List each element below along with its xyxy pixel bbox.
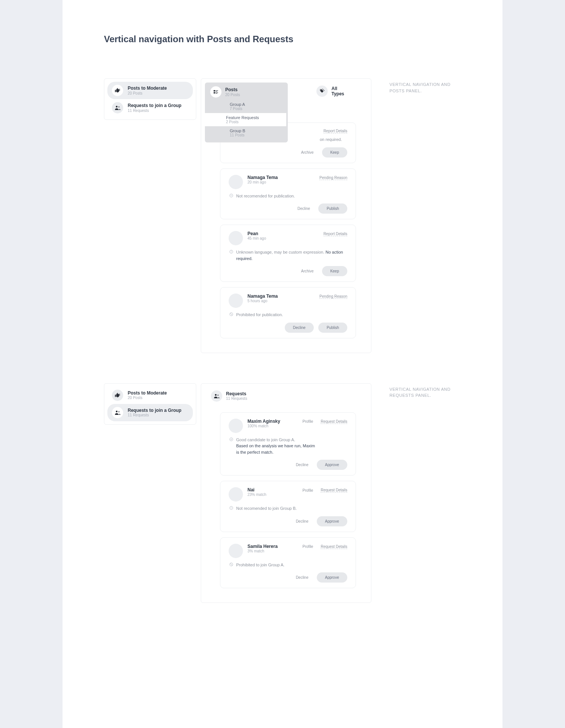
nav-sub: 11 Requests [128, 413, 182, 417]
nav-label: Posts to Moderate [128, 86, 167, 91]
nav-label: Requests to join a Group [128, 103, 182, 108]
ban-circle-icon [229, 563, 233, 566]
report-details-link[interactable]: Report Details [324, 232, 347, 236]
svg-rect-3 [216, 90, 218, 91]
profile-link[interactable]: Profile [302, 544, 313, 549]
card-meta: 100% match [247, 424, 280, 428]
svg-point-18 [215, 394, 217, 396]
card-meta: 45 min ago [247, 236, 266, 240]
publish-button[interactable]: Publish [318, 323, 347, 333]
decline-button[interactable]: Decline [292, 573, 312, 582]
card-title: Namaga Tema [247, 294, 278, 299]
svg-point-8 [321, 90, 321, 90]
thumbs-icon [112, 85, 123, 96]
card-body: Prohibited for publication. [236, 312, 283, 318]
thumbs-icon [112, 390, 123, 401]
profile-link[interactable]: Profile [302, 419, 313, 424]
dropdown-item-group-a[interactable]: Group A 7 Posts [226, 100, 288, 113]
keep-button[interactable]: Keep [322, 266, 347, 276]
svg-line-24 [230, 563, 232, 565]
dropdown-item-group-b[interactable]: Group B 11 Posts [226, 126, 288, 139]
request-details-link[interactable]: Request Details [321, 419, 347, 424]
nav-item-requests[interactable]: Requests to join a Group 11 Requests [107, 99, 193, 116]
posts-dropdown[interactable]: Posts 20 Posts Group A 7 Posts Feature R… [205, 83, 288, 142]
caption-requests: VERTICAL NAVIGATION AND REQUESTS PANEL. [389, 383, 461, 399]
requests-header[interactable]: Requests 11 Requests [207, 387, 365, 405]
card-title: Samila Herera [247, 544, 278, 549]
card-title: Namaga Tema [247, 175, 278, 180]
dropdown-sub: 20 Posts [225, 93, 240, 97]
request-details-link[interactable]: Request Details [321, 544, 347, 549]
avatar [229, 487, 243, 502]
svg-point-17 [118, 411, 119, 412]
types-dropdown[interactable]: All Types [313, 83, 350, 100]
approve-button[interactable]: Approve [317, 460, 347, 470]
nav-sub: 20 Posts [128, 396, 167, 400]
nav-sub: 11 Requests [128, 109, 182, 113]
sidebar-panel: Posts to Moderate 20 Posts Requests to j… [104, 383, 196, 425]
warning-circle-icon [229, 250, 233, 254]
tags-icon [316, 86, 328, 97]
svg-point-0 [116, 106, 118, 108]
example-posts: Posts to Moderate 20 Posts Requests to j… [104, 78, 461, 353]
card-title: Pean [247, 231, 266, 236]
svg-rect-2 [214, 90, 215, 91]
dropdown-item-feature-requests[interactable]: Feature Requests 2 Posts [205, 113, 286, 126]
people-icon [112, 102, 123, 113]
profile-link[interactable]: Profile [302, 488, 313, 492]
publish-button[interactable]: Publish [318, 203, 347, 214]
svg-line-15 [230, 313, 232, 315]
svg-point-13 [231, 252, 231, 252]
request-details-link[interactable]: Request Details [321, 488, 347, 492]
nav-item-requests[interactable]: Requests to join a Group 11 Requests [107, 404, 193, 421]
card-body: Good candidate to join Group A.Based on … [236, 437, 315, 456]
keep-button[interactable]: Keep [322, 147, 347, 158]
avatar [229, 231, 243, 245]
minus-circle-icon [229, 506, 233, 510]
avatar [229, 294, 243, 308]
posts-panel: Posts 20 Posts Group A 7 Posts Feature R… [201, 78, 371, 353]
svg-point-16 [116, 410, 118, 412]
types-label: All Types [331, 86, 346, 96]
decline-button[interactable]: Decline [294, 204, 314, 213]
card-title: Nai [247, 487, 266, 492]
avatar [229, 175, 243, 189]
request-card: Maxim Aginsky 100% match Profile Request… [220, 412, 356, 476]
nav-label: Posts to Moderate [128, 390, 167, 396]
archive-button[interactable]: Archive [297, 267, 317, 275]
post-card: Namaga Tema 20 min ago Pending Reason No… [220, 168, 356, 220]
minus-circle-icon [229, 194, 233, 197]
pending-reason-link[interactable]: Pending Reason [319, 294, 347, 299]
svg-rect-5 [214, 92, 215, 93]
card-meta: 3% match [247, 549, 278, 553]
decline-button[interactable]: Decline [292, 460, 312, 469]
header-label: Requests [226, 391, 247, 396]
archive-button[interactable]: Archive [297, 148, 317, 157]
nav-item-posts[interactable]: Posts to Moderate 20 Posts [107, 82, 193, 99]
svg-point-1 [118, 106, 119, 107]
card-body: Not recomended for publication. [236, 193, 295, 199]
nav-label: Requests to join a Group [128, 408, 182, 413]
card-body: Not recomended to join Group B. [236, 505, 297, 512]
nav-sub: 20 Posts [128, 91, 167, 95]
card-meta: 20 min ago [247, 180, 278, 184]
report-details-link[interactable]: Report Details [324, 129, 347, 133]
avatar [229, 544, 243, 558]
sidebar-panel: Posts to Moderate 20 Posts Requests to j… [104, 78, 196, 120]
decline-button[interactable]: Decline [292, 517, 312, 526]
approve-button[interactable]: Approve [317, 572, 347, 583]
requests-panel: Requests 11 Requests Maxim Aginsky 100% … [201, 383, 371, 603]
example-requests: Posts to Moderate 20 Posts Requests to j… [104, 383, 461, 603]
post-card: Namaga Tema 5 hours ago Pending Reason P… [220, 287, 356, 338]
request-card: Nai 23% match Profile Request Details No… [220, 481, 356, 532]
approve-button[interactable]: Approve [317, 516, 347, 526]
nav-item-posts[interactable]: Posts to Moderate 20 Posts [107, 387, 193, 404]
svg-rect-6 [216, 92, 218, 93]
card-body: Unknown language, may be custom expressi… [236, 249, 347, 262]
pending-reason-link[interactable]: Pending Reason [319, 176, 347, 180]
caption-posts: VERTICAL NAVIGATION AND POSTS PANEL. [389, 78, 461, 94]
decline-button[interactable]: Decline [285, 323, 314, 333]
card-body: Prohibited to join Group A. [236, 562, 284, 568]
svg-rect-10 [231, 195, 232, 196]
page-title: Vertical navigation with Posts and Reque… [104, 34, 461, 44]
